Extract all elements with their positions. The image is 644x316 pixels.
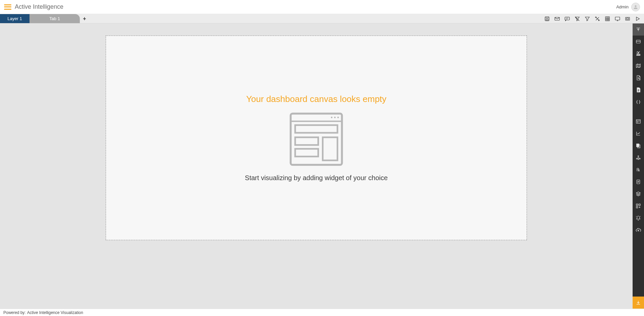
- components-widget-icon: [635, 203, 641, 209]
- svg-rect-21: [295, 125, 337, 133]
- svg-point-19: [334, 117, 336, 118]
- play-button[interactable]: [634, 15, 641, 22]
- user-label: Admin: [616, 4, 629, 9]
- svg-rect-15: [627, 18, 629, 19]
- layer-tab[interactable]: Layer 1: [0, 14, 30, 23]
- user-avatar[interactable]: [631, 3, 640, 11]
- rail-map-widget[interactable]: [633, 60, 644, 72]
- toolbar: [543, 14, 644, 23]
- rail-components-widget[interactable]: [633, 200, 644, 212]
- rail-form-widget[interactable]: [633, 176, 644, 188]
- tabs-left: Layer 1 Tab 1 +: [0, 14, 89, 23]
- alert-widget-icon: [635, 215, 641, 221]
- svg-point-18: [331, 117, 332, 118]
- empty-canvas-subtitle: Start visualizing by adding widget of yo…: [245, 174, 388, 182]
- download-icon: [635, 300, 641, 306]
- code-widget-icon: [635, 99, 641, 105]
- svg-rect-51: [636, 204, 638, 206]
- add-tab-button[interactable]: +: [80, 14, 89, 23]
- rail-network-widget[interactable]: [633, 152, 644, 164]
- svg-point-20: [337, 117, 339, 118]
- fit-button[interactable]: [624, 15, 631, 22]
- svg-rect-26: [636, 40, 640, 43]
- svg-rect-29: [638, 53, 639, 55]
- svg-rect-3: [555, 17, 559, 20]
- rail-document-widget[interactable]: [633, 84, 644, 96]
- rail-axis-widget[interactable]: [633, 127, 644, 140]
- map-widget-icon: [635, 63, 641, 69]
- svg-rect-23: [295, 149, 318, 157]
- filter-button[interactable]: [584, 15, 591, 22]
- rail-cloud-upload[interactable]: [633, 224, 644, 236]
- rail-download-button[interactable]: [633, 297, 644, 309]
- svg-rect-8: [605, 17, 609, 21]
- device-icon: [614, 16, 621, 22]
- footer: Powered by: Active Intelligence Visualiz…: [0, 309, 644, 316]
- comment-button[interactable]: [564, 15, 571, 22]
- tools-button[interactable]: [594, 15, 601, 22]
- tab-bar: Layer 1 Tab 1 +: [0, 14, 644, 23]
- app-header: Active Intelligence Admin: [0, 0, 644, 14]
- rail-card-widget[interactable]: [633, 36, 644, 48]
- rail-layers-widget[interactable]: [633, 188, 644, 200]
- chart-widget-icon: [635, 51, 641, 57]
- layer-tab-label: Layer 1: [7, 16, 22, 21]
- comment-icon: [564, 16, 570, 22]
- save-button[interactable]: [543, 15, 551, 22]
- clear-filter-button[interactable]: [574, 15, 581, 22]
- fit-icon: [625, 16, 631, 22]
- rx-widget-icon: [635, 167, 641, 173]
- svg-rect-53: [636, 207, 638, 208]
- tools-icon: [594, 16, 600, 22]
- svg-rect-52: [639, 204, 641, 206]
- mail-icon: [554, 16, 560, 22]
- report-widget-icon: [635, 75, 641, 81]
- svg-rect-24: [323, 137, 337, 160]
- rail-copy-widget[interactable]: [633, 140, 644, 152]
- rail-chart-widget[interactable]: [633, 48, 644, 60]
- svg-rect-37: [636, 120, 640, 123]
- svg-rect-22: [295, 137, 318, 145]
- svg-point-43: [638, 156, 639, 157]
- rail-code-widget[interactable]: [633, 96, 644, 108]
- layers-widget-icon: [635, 191, 641, 197]
- empty-canvas-illustration: [287, 110, 345, 168]
- plus-icon: +: [83, 16, 86, 22]
- svg-rect-28: [637, 54, 638, 55]
- play-icon: [635, 16, 641, 22]
- document-widget-icon: [635, 87, 641, 93]
- app-title: Active Intelligence: [15, 3, 63, 10]
- copy-widget-icon: [635, 143, 641, 149]
- tab-item[interactable]: Tab 1: [30, 14, 80, 23]
- dashboard-placeholder-icon: [287, 110, 345, 168]
- grid-button[interactable]: [604, 15, 611, 22]
- header-left: Active Intelligence: [4, 3, 63, 10]
- empty-canvas-title: Your dashboard canvas looks empty: [246, 94, 386, 104]
- rail-alert-widget[interactable]: [633, 212, 644, 224]
- widget-siderail: [633, 23, 644, 309]
- filter-icon: [584, 16, 590, 22]
- svg-point-33: [638, 77, 639, 78]
- table-widget-icon: [635, 118, 641, 124]
- svg-rect-30: [639, 54, 640, 56]
- rail-report-widget[interactable]: [633, 72, 644, 84]
- main: Your dashboard canvas looks empty Start …: [0, 23, 644, 309]
- save-icon: [544, 16, 550, 22]
- collapse-icon: [635, 27, 641, 33]
- footer-powered-label: Powered by:: [3, 310, 26, 315]
- grid-icon: [604, 16, 610, 22]
- svg-rect-4: [565, 17, 570, 20]
- rail-rx-widget[interactable]: [633, 164, 644, 176]
- svg-rect-40: [637, 144, 639, 147]
- cloud-upload-icon: [635, 227, 641, 233]
- svg-rect-2: [546, 19, 548, 20]
- mail-button[interactable]: [553, 15, 561, 22]
- tab-item-label: Tab 1: [49, 16, 60, 21]
- device-button[interactable]: [614, 15, 621, 22]
- menu-icon[interactable]: [4, 4, 11, 10]
- rail-collapse-button[interactable]: [633, 23, 644, 36]
- footer-powered-value: Active Intelligence Visualization: [27, 310, 83, 315]
- canvas-area: Your dashboard canvas looks empty Start …: [0, 23, 633, 309]
- dashboard-canvas[interactable]: Your dashboard canvas looks empty Start …: [106, 36, 527, 240]
- rail-table-widget[interactable]: [633, 115, 644, 127]
